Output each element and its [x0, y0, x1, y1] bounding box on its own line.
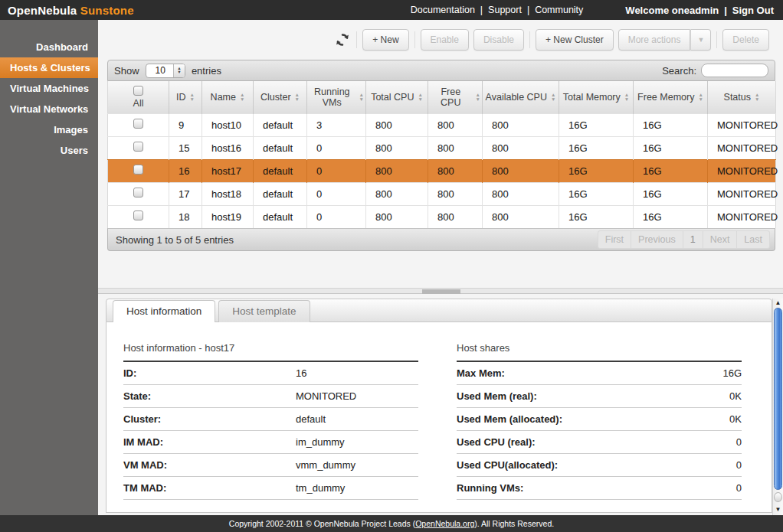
scroll-down-icon[interactable]: ▼ [773, 506, 783, 514]
page-size-select[interactable]: 10 ▲▼ [146, 64, 185, 78]
info-row: Running VMs:0 [457, 477, 742, 500]
sidebar-item-hosts-clusters[interactable]: Hosts & Clusters [0, 57, 98, 78]
row-checkbox[interactable] [133, 188, 143, 197]
more-actions-button[interactable]: More actions [618, 29, 691, 51]
more-actions-caret-button[interactable]: ▼ [690, 29, 711, 51]
pagination-page-1[interactable]: 1 [683, 230, 703, 249]
tab-host-information[interactable]: Host information [113, 300, 215, 322]
info-key: TM MAD: [123, 482, 296, 494]
table-row[interactable]: 17 host18 default 0 800 800 800 16G 16G … [108, 182, 776, 205]
link-community[interactable]: Community [535, 5, 583, 15]
new-cluster-button[interactable]: + New Cluster [536, 29, 614, 51]
row-checkbox[interactable] [133, 211, 143, 220]
cell-id: 15 [169, 136, 202, 159]
pagination-first[interactable]: First [598, 230, 631, 249]
pagination-last[interactable]: Last [736, 230, 770, 249]
sidebar-item-virtual-machines[interactable]: Virtual Machines [0, 78, 98, 99]
splitter-handle[interactable] [422, 289, 460, 294]
cell-available-cpu: 800 [483, 136, 559, 159]
info-value: 16G [673, 367, 742, 379]
info-key: Max Mem: [457, 367, 673, 379]
cell-free-cpu: 800 [428, 205, 483, 228]
row-checkbox[interactable] [133, 165, 143, 175]
table-controls: Show 10 ▲▼ entries Search: [107, 60, 775, 81]
cell-cluster: default [254, 182, 307, 205]
sidebar-item-users[interactable]: Users [0, 140, 98, 161]
pagination-previous[interactable]: Previous [631, 230, 683, 249]
select-all-checkbox[interactable] [133, 86, 143, 96]
link-support[interactable]: Support [488, 5, 522, 15]
cell-running-vms: 0 [307, 159, 366, 182]
info-row: Used CPU(allocated):0 [457, 454, 742, 477]
column-label: ID [176, 92, 186, 103]
table-row[interactable]: 15 host16 default 0 800 800 800 16G 16G … [108, 136, 776, 159]
cell-total-cpu: 800 [366, 182, 428, 205]
cell-status: MONITORED [708, 113, 776, 136]
column-label: Free Memory [637, 92, 694, 103]
link-documentation[interactable]: Documentation [411, 5, 475, 15]
table-row[interactable]: 9 host10 default 3 800 800 800 16G 16G M… [108, 113, 776, 136]
column-header-free-memory[interactable]: Free Memory▲▼ [634, 81, 708, 113]
row-checkbox[interactable] [133, 119, 143, 129]
toolbar-separator [414, 31, 415, 48]
welcome-label: Welcome oneadmin [625, 5, 719, 16]
column-header-id[interactable]: ID▲▼ [169, 81, 202, 113]
tab-host-template[interactable]: Host template [218, 300, 310, 322]
info-key: Running VMs: [457, 482, 673, 494]
cell-name: host16 [202, 136, 254, 159]
pagination-next[interactable]: Next [703, 230, 738, 249]
cell-cluster: default [254, 159, 307, 182]
detail-tabbar: Host information Host template [106, 299, 772, 322]
table-row[interactable]: 18 host19 default 0 800 800 800 16G 16G … [108, 205, 776, 228]
cell-free-cpu: 800 [428, 159, 483, 182]
sidebar-item-images[interactable]: Images [0, 119, 98, 140]
new-host-button[interactable]: + New [362, 29, 408, 51]
sort-icon: ▲▼ [698, 93, 703, 101]
sidebar-item-virtual-networks[interactable]: Virtual Networks [0, 99, 98, 119]
refresh-icon [335, 32, 350, 47]
table-row-selected[interactable]: 16 host17 default 0 800 800 800 16G 16G … [108, 159, 776, 182]
panel-splitter [98, 288, 783, 294]
cell-running-vms: 0 [307, 182, 366, 205]
sidebar-item-dashboard[interactable]: Dashboard [0, 37, 98, 57]
toolbar-separator [529, 31, 530, 48]
scrollbar-thumb[interactable] [774, 308, 782, 490]
info-row: ID:16 [123, 362, 418, 385]
cell-total-memory: 16G [559, 113, 634, 136]
column-header-status[interactable]: Status▲▼ [708, 81, 776, 113]
scroll-up-icon[interactable]: ▲ [773, 299, 783, 307]
host-shares-table: Host shares Max Mem:16G Used Mem (real):… [457, 342, 742, 512]
disable-button[interactable]: Disable [473, 29, 524, 51]
scrollbar-knob [774, 492, 782, 502]
panel-scrollbar[interactable]: ▲ ▼ [772, 299, 783, 515]
opennebula-link[interactable]: OpenNebula.org [415, 519, 474, 528]
column-header-total-cpu[interactable]: Total CPU▲▼ [366, 81, 428, 113]
column-label: Running VMs [309, 86, 355, 108]
column-header-available-cpu[interactable]: Available CPU▲▼ [483, 81, 559, 113]
sign-out-link[interactable]: Sign Out [732, 5, 774, 16]
column-header-running-vms[interactable]: Running VMs▲▼ [307, 81, 366, 113]
column-header-free-cpu[interactable]: Free CPU▲▼ [428, 81, 483, 113]
cell-free-memory: 16G [634, 182, 708, 205]
info-row: VM MAD:vmm_dummy [123, 454, 418, 477]
info-key: Used Mem (real): [457, 390, 673, 402]
cell-total-memory: 16G [559, 182, 634, 205]
show-label: Show [114, 65, 139, 77]
cell-free-memory: 16G [634, 205, 708, 228]
cell-name: host10 [202, 113, 254, 136]
refresh-button[interactable] [334, 31, 351, 48]
enable-button[interactable]: Enable [421, 29, 469, 51]
column-header-cluster[interactable]: Cluster▲▼ [254, 81, 307, 113]
cell-name: host17 [202, 159, 254, 182]
sort-icon: ▲▼ [359, 93, 364, 101]
sort-icon: ▲▼ [755, 93, 759, 101]
row-checkbox[interactable] [133, 142, 143, 152]
search-input[interactable] [701, 64, 768, 77]
column-header-total-memory[interactable]: Total Memory▲▼ [559, 81, 634, 113]
info-value: 0 [673, 482, 742, 494]
column-header-name[interactable]: Name▲▼ [202, 81, 254, 113]
chevron-down-icon: ▼ [697, 36, 704, 44]
cell-running-vms: 3 [307, 113, 366, 136]
delete-button[interactable]: Delete [722, 29, 769, 51]
cell-free-cpu: 800 [428, 136, 483, 159]
